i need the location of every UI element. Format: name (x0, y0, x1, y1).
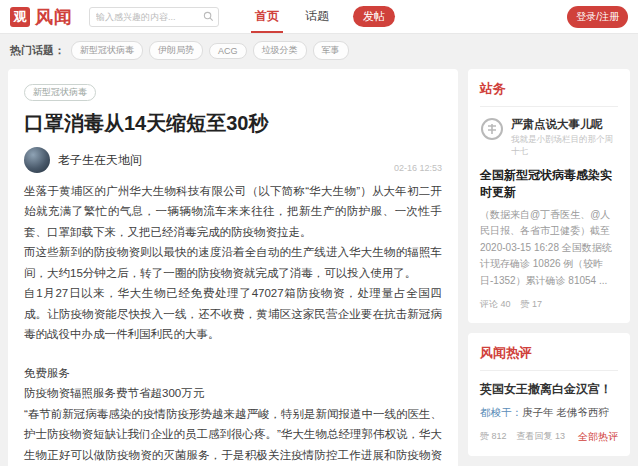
hot-replies-count[interactable]: 查看回复 13 (517, 430, 566, 443)
comments-count[interactable]: 评论 40 (480, 298, 511, 311)
notice-item[interactable]: 严肃点说大事儿呢 我就是小剧场栏目的那个周十七 (480, 117, 618, 158)
login-register-button[interactable]: 登录/注册 (567, 6, 628, 28)
hot-comment-text: 庚子年 老佛爷西狩 (522, 406, 609, 418)
post-button[interactable]: 发帖 (353, 6, 395, 27)
hot-post-title[interactable]: 英国女王撤离白金汉宫！ (480, 381, 618, 398)
nav-tab-topics[interactable]: 话题 (305, 0, 329, 33)
seal-icon (480, 117, 504, 141)
article-paragraph: 而这些新到的防疫物资则以最快的速度沿着全自动的生产线进入华大生物的辐照车间，大约… (24, 242, 442, 283)
page-content: 新型冠状病毒 口罩消毒从14天缩短至30秒 老子生在天地间 02-16 12:5… (0, 65, 638, 466)
author-avatar[interactable] (24, 147, 50, 173)
article-paragraph: 自1月27日以来，华大生物已经免费处理了47027箱防疫物资，处理量占全国四成。… (24, 283, 442, 344)
site-notice-card: 站务 严肃点说大事儿呢 我就是小剧场栏目的那个周十七 全国新型冠状病毒感染实时更… (468, 69, 630, 323)
topic-pill-military[interactable]: 军事 (313, 41, 349, 60)
hot-topics-label: 热门话题： (10, 43, 65, 58)
article-paragraph: 坐落于黄埔区的广州华大生物科技有限公司（以下简称“华大生物”）从大年初二开始就充… (24, 181, 442, 242)
article-paragraph: “春节前新冠病毒感染的疫情防疫形势越来越严峻，特别是新闻报道中一线的医生、护士防… (24, 404, 442, 466)
topic-pill-covid[interactable]: 新型冠状病毒 (71, 41, 143, 60)
site-logo-text[interactable]: 风闻 (35, 5, 73, 29)
site-notice-header: 站务 (480, 80, 618, 107)
hot-topics-bar: 热门话题： 新型冠状病毒 伊朗局势 ACG 垃圾分类 军事 (0, 34, 638, 65)
article-card: 新型冠状病毒 口罩消毒从14天缩短至30秒 老子生在天地间 02-16 12:5… (8, 69, 458, 466)
notice-subtitle: 我就是小剧场栏目的那个周十七 (511, 134, 618, 158)
notice-title[interactable]: 严肃点说大事儿呢 (511, 117, 618, 132)
main-nav: 首页 话题 (255, 0, 329, 33)
search-input[interactable] (96, 12, 203, 22)
covid-update-link[interactable]: 全国新型冠状病毒感染实时更新 (480, 167, 618, 201)
article-tag[interactable]: 新型冠状病毒 (24, 84, 96, 101)
article-title: 口罩消毒从14天缩短至30秒 (24, 110, 442, 137)
top-bar: 观 风闻 首页 话题 发帖 登录/注册 (0, 0, 638, 34)
site-logo-icon[interactable]: 观 (10, 7, 30, 27)
article-paragraph: 防疫物资辐照服务费节省超300万元 (24, 383, 442, 403)
likes-count[interactable]: 赞 17 (521, 298, 543, 311)
search-icon[interactable] (203, 11, 214, 22)
article-paragraph: 免费服务 (24, 363, 442, 383)
hot-comments-header: 风闻热评 (480, 344, 618, 371)
topic-pill-garbage[interactable]: 垃圾分类 (253, 41, 307, 60)
hot-comments-card: 风闻热评 英国女王撤离白金汉宫！ 都梭干：庚子年 老佛爷西狩 赞 812 查看回… (468, 333, 630, 456)
hot-meta-row: 赞 812 查看回复 13 全部热评 (480, 430, 618, 444)
topic-pill-iran[interactable]: 伊朗局势 (149, 41, 203, 60)
hot-comment: 都梭干：庚子年 老佛爷西狩 (480, 405, 618, 421)
author-row: 老子生在天地间 02-16 12:53 (24, 147, 442, 173)
covid-update-excerpt: （数据来自@丁香医生、@人民日报、各省市卫健委）截至 2020-03-15 16… (480, 207, 618, 290)
notice-meta-row: 评论 40 赞 17 (480, 298, 618, 311)
sidebar: 站务 严肃点说大事儿呢 我就是小剧场栏目的那个周十七 全国新型冠状病毒感染实时更… (468, 69, 630, 466)
hot-likes-count[interactable]: 赞 812 (480, 430, 507, 443)
article-body: 坐落于黄埔区的广州华大生物科技有限公司（以下简称“华大生物”）从大年初二开始就充… (24, 181, 442, 466)
hot-comment-user[interactable]: 都梭干： (480, 406, 522, 418)
nav-tab-home[interactable]: 首页 (255, 0, 279, 33)
topic-pill-acg[interactable]: ACG (209, 43, 247, 59)
article-timestamp: 02-16 12:53 (394, 163, 442, 173)
author-name[interactable]: 老子生在天地间 (58, 152, 142, 169)
search-box[interactable] (89, 7, 219, 27)
all-hot-comments-link[interactable]: 全部热评 (578, 430, 618, 444)
